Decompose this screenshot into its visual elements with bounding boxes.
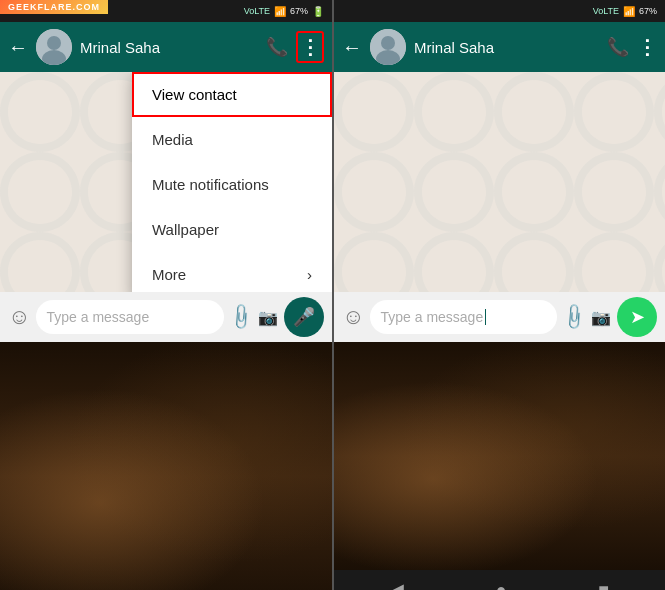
contact-info-right: Mrinal Saha (414, 39, 599, 56)
battery-text: 67% (290, 6, 308, 16)
menu-item-wallpaper[interactable]: Wallpaper (132, 207, 332, 252)
battery-right: 67% (639, 6, 657, 16)
attach-button-left[interactable]: 📎 (225, 301, 256, 332)
menu-item-mute[interactable]: Mute notifications (132, 162, 332, 207)
mic-button-right[interactable]: ➤ (617, 297, 657, 337)
menu-item-view-contact[interactable]: View contact (132, 72, 332, 117)
keyboard-right: G Thanks I 🎤 We 1 2 3 4 5 6 7 8 9 0 (334, 342, 665, 570)
network-indicator: VoLTE (244, 6, 270, 16)
chat-area: View contact Media Mute notifications Wa… (0, 72, 332, 292)
svg-point-4 (381, 36, 395, 50)
whatsapp-header-right: ← Mrinal Saha 📞 ⋮ (334, 22, 665, 72)
left-phone-half: geekflare.com VoLTE 📶 67% 🔋 ← Mrinal Sah… (0, 0, 332, 590)
camera-button-right[interactable]: 📷 (591, 308, 611, 327)
chat-area-right (334, 72, 665, 292)
message-input-bar-left: ☺ Type a message 📎 📷 🎤 (0, 292, 332, 342)
back-nav-icon[interactable]: ◀ (390, 579, 404, 590)
message-placeholder-left: Type a message (46, 309, 149, 325)
more-options-button-right[interactable]: ⋮ (637, 35, 657, 59)
right-phone-half: VoLTE 📶 67% ← Mrinal Saha 📞 ⋮ (332, 0, 665, 590)
contact-name: Mrinal Saha (80, 39, 258, 56)
recents-nav-icon[interactable]: ■ (598, 580, 609, 591)
message-input-right[interactable]: Type a message (370, 300, 557, 334)
menu-item-more[interactable]: More › (132, 252, 332, 292)
whatsapp-header: ← Mrinal Saha 📞 ⋮ (0, 22, 332, 72)
home-nav-icon[interactable]: ● (496, 580, 507, 591)
bottom-nav-right: ◀ ● ■ (334, 570, 665, 590)
contact-name-right: Mrinal Saha (414, 39, 599, 56)
watermark-badge: geekflare.com (0, 0, 108, 14)
svg-point-1 (47, 36, 61, 50)
signal-right: 📶 (623, 6, 635, 17)
message-placeholder-right: Type a message (380, 309, 483, 325)
contact-info: Mrinal Saha (80, 39, 258, 56)
keyboard-left: G Thanks I 🎤 We 1 2 3 4 5 6 7 8 9 0 (0, 342, 332, 590)
contact-avatar-right (370, 29, 406, 65)
more-options-button[interactable]: ⋮ (296, 31, 324, 63)
emoji-button-left[interactable]: ☺ (8, 304, 30, 330)
signal-icon: 📶 (274, 6, 286, 17)
back-button[interactable]: ← (8, 36, 28, 59)
emoji-button-right[interactable]: ☺ (342, 304, 364, 330)
contact-avatar (36, 29, 72, 65)
battery-icon: 🔋 (312, 6, 324, 17)
message-input-bar-right: ☺ Type a message 📎 📷 ➤ (334, 292, 665, 342)
phone-call-button[interactable]: 📞 (266, 36, 288, 58)
network-right: VoLTE (593, 6, 619, 16)
attach-button-right[interactable]: 📎 (558, 301, 589, 332)
back-button-right[interactable]: ← (342, 36, 362, 59)
menu-item-media[interactable]: Media (132, 117, 332, 162)
message-input-left[interactable]: Type a message (36, 300, 224, 334)
chat-wallpaper-right (334, 72, 665, 292)
text-cursor (485, 309, 486, 325)
camera-button-left[interactable]: 📷 (258, 308, 278, 327)
split-screen: geekflare.com VoLTE 📶 67% 🔋 ← Mrinal Sah… (0, 0, 665, 590)
dropdown-menu: View contact Media Mute notifications Wa… (132, 72, 332, 292)
phone-call-button-right[interactable]: 📞 (607, 36, 629, 58)
mic-button-left[interactable]: 🎤 (284, 297, 324, 337)
status-bar-right: VoLTE 📶 67% (334, 0, 665, 22)
more-arrow-icon: › (307, 266, 312, 283)
